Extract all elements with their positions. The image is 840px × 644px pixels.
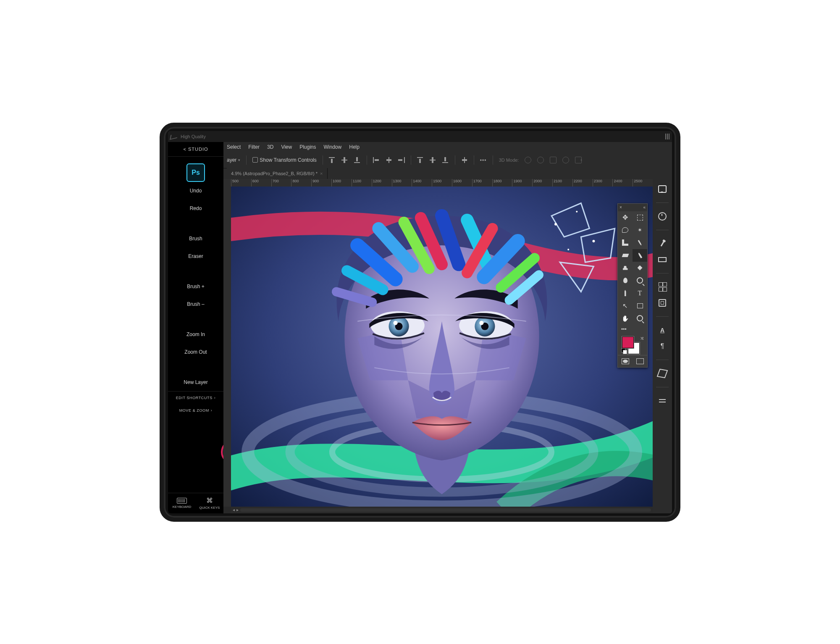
dodge-tool[interactable] [633, 274, 647, 287]
align-bottom-icon[interactable] [354, 157, 361, 163]
canvas[interactable] [231, 187, 653, 507]
magic-wand-tool[interactable] [633, 224, 647, 237]
vertical-ruler [223, 187, 231, 507]
paragraph-panel-icon[interactable]: ¶ [658, 342, 667, 350]
edit-mode-row [618, 355, 647, 367]
clone-stamp-tool[interactable] [618, 262, 633, 274]
screen-mode-button[interactable] [633, 355, 647, 367]
standard-mode-button[interactable] [618, 355, 633, 367]
brush-tool[interactable] [633, 249, 647, 262]
3d-camera-icon[interactable] [575, 157, 582, 163]
3d-slide-icon[interactable] [562, 157, 569, 163]
distribute-bottom-icon[interactable] [442, 157, 449, 163]
sidebar-toggle-handle[interactable] [665, 134, 669, 139]
brush-settings-panel-icon[interactable] [658, 255, 667, 264]
tools-panel-header[interactable]: × « [618, 204, 647, 211]
svg-point-13 [576, 210, 578, 212]
menu-view[interactable]: View [281, 144, 292, 150]
clone-source-panel-icon[interactable] [658, 299, 667, 307]
blur-tool-icon [623, 278, 627, 283]
menu-select[interactable]: Select [227, 144, 241, 150]
swap-colors-icon[interactable]: ⤭ [640, 336, 644, 341]
crop-tool[interactable] [618, 237, 633, 249]
blur-tool[interactable] [618, 274, 633, 287]
default-colors-icon[interactable] [621, 348, 626, 353]
auto-select-dropdown[interactable]: ayer ▾ [227, 157, 240, 163]
3d-roll-icon[interactable] [537, 157, 544, 163]
shortcut-zoom-out[interactable]: Zoom Out [168, 343, 223, 361]
shortcut-brush[interactable]: Brush [168, 230, 223, 247]
eyedropper-tool[interactable] [633, 237, 647, 249]
3d-panel-icon[interactable] [658, 369, 667, 378]
move-tool[interactable] [618, 211, 633, 224]
brushes-panel-icon[interactable] [658, 239, 667, 248]
document-tab[interactable]: 4.9% (AstropadPro_Phase2_B, RGB/8#) * × [227, 168, 328, 179]
history-panel-icon[interactable] [658, 212, 667, 221]
menu-window[interactable]: Window [324, 144, 342, 150]
more-options-icon[interactable]: ••• [480, 157, 487, 163]
character-panel-icon[interactable]: A [658, 326, 667, 334]
menu-plugins[interactable]: Plugins [299, 144, 316, 150]
close-icon[interactable]: × [620, 205, 622, 210]
move-zoom-button[interactable]: MOVE & ZOOM› [168, 404, 223, 417]
ruler-tick: 2500 [633, 179, 653, 187]
photoshop-logo[interactable]: Ps [186, 163, 205, 182]
type-tool[interactable] [633, 287, 647, 300]
shortcut-undo[interactable]: Undo [168, 182, 223, 200]
move-zoom-label: MOVE & ZOOM [179, 408, 209, 413]
edit-toolbar-button[interactable]: ••• [618, 325, 647, 334]
show-transform-checkbox[interactable]: Show Transform Controls [252, 157, 316, 163]
align-right-icon[interactable] [398, 157, 405, 163]
foreground-color-swatch[interactable] [622, 336, 634, 348]
studio-back-button[interactable]: < STUDIO [168, 142, 223, 157]
marquee-tool-icon [637, 215, 643, 221]
ruler-tick: 600 [251, 179, 271, 187]
3d-orbit-icon[interactable] [525, 157, 531, 163]
path-select-tool[interactable] [618, 300, 633, 312]
svg-point-11 [479, 321, 483, 325]
hand-tool[interactable] [618, 312, 633, 325]
adjustments-panel-icon[interactable] [658, 397, 667, 405]
close-tab-icon[interactable]: × [320, 171, 323, 176]
align-top-icon[interactable] [329, 157, 336, 163]
character-icon: A [660, 327, 664, 334]
shortcut-eraser[interactable]: Eraser [168, 247, 223, 265]
quickkeys-tab[interactable]: ⌘ QUICK KEYS [196, 493, 223, 513]
marquee-tool[interactable] [633, 211, 647, 224]
shortcut-new-layer[interactable]: New Layer [168, 373, 223, 391]
align-left-icon[interactable] [373, 157, 380, 163]
comments-panel-icon[interactable] [658, 185, 667, 193]
lasso-tool[interactable] [618, 224, 633, 237]
distribute-top-icon[interactable] [417, 157, 424, 163]
align-vcenter-icon[interactable] [341, 157, 348, 163]
pen-tool[interactable] [618, 287, 633, 300]
tools-panel[interactable]: × « ••• ⤭ [617, 203, 648, 368]
3d-pan-icon[interactable] [550, 157, 556, 163]
scrollbar-track[interactable] [240, 508, 651, 512]
menu-3d[interactable]: 3D [267, 144, 273, 150]
zoom-tool[interactable] [633, 312, 647, 325]
distribute-hcenter-icon[interactable] [461, 157, 468, 163]
menu-help[interactable]: Help [349, 144, 360, 150]
menu-filter[interactable]: Filter [248, 144, 260, 150]
ruler-tick: 500 [231, 179, 251, 187]
move-tool-icon [622, 214, 629, 221]
horizontal-scrollbar[interactable]: ◂ ▸ [231, 507, 653, 513]
shortcut-redo[interactable]: Redo [168, 200, 223, 217]
swatches-panel-icon[interactable] [658, 283, 667, 291]
gradient-tool[interactable] [633, 262, 647, 274]
scroll-right-icon[interactable]: ▸ [236, 507, 239, 512]
edit-shortcuts-button[interactable]: EDIT SHORTCUTS› [168, 391, 223, 404]
keyboard-tab[interactable]: KEYBOARD [168, 493, 196, 513]
shortcut-brush-minus[interactable]: Brush – [168, 295, 223, 313]
distribute-vcenter-icon[interactable] [430, 157, 436, 163]
rectangle-tool[interactable] [633, 300, 647, 312]
collapse-icon[interactable]: « [643, 205, 646, 210]
ruler-tick: 1000 [331, 179, 352, 187]
eraser-tool[interactable] [618, 249, 633, 262]
scroll-left-icon[interactable]: ◂ [233, 507, 235, 512]
sliders-icon [659, 398, 666, 403]
shortcut-brush-plus[interactable]: Brush + [168, 278, 223, 295]
shortcut-zoom-in[interactable]: Zoom In [168, 326, 223, 343]
align-hcenter-icon[interactable] [386, 157, 392, 163]
